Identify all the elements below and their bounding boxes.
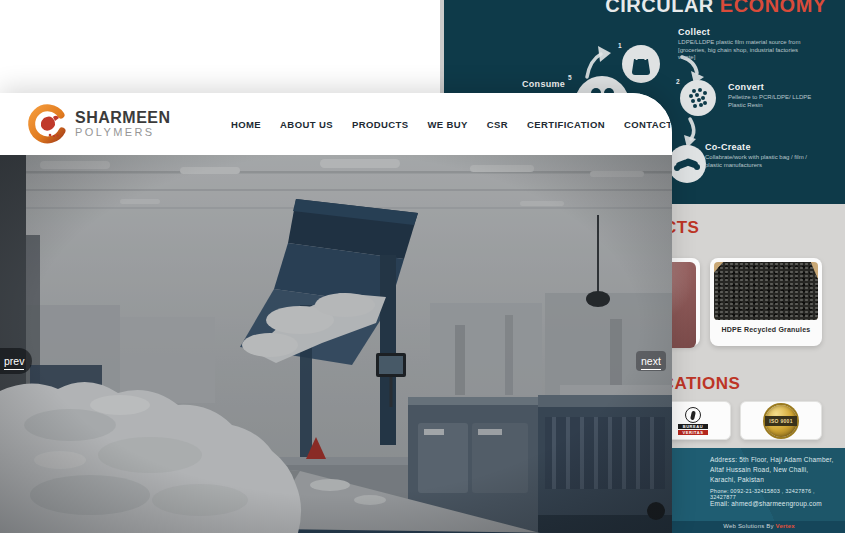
credit-line: Web Solutions By Vertex bbox=[696, 523, 822, 529]
slider-prev-button[interactable]: prev bbox=[0, 348, 32, 374]
step-consume-number: 5 bbox=[568, 74, 572, 81]
step-consume-name: Consume bbox=[522, 79, 565, 89]
nav-csr[interactable]: CSR bbox=[487, 119, 508, 130]
hero-slider: METAL DETECTOR bbox=[0, 155, 672, 533]
recycling-plant-photo: METAL DETECTOR bbox=[0, 155, 672, 533]
bv-line1: BUREAU bbox=[678, 424, 708, 429]
step-convert-name: Convert bbox=[728, 82, 820, 92]
prev-label: prev bbox=[4, 355, 24, 370]
brand-logo[interactable]: SHARMEEN POLYMERS bbox=[26, 103, 171, 145]
footer-address: Address: 5th Floor, Haji Adam Chamber, A… bbox=[710, 455, 836, 485]
nav-home[interactable]: HOME bbox=[231, 119, 261, 130]
footer-address-line2: Altaf Hussain Road, New Challi, bbox=[710, 465, 836, 475]
nav-products[interactable]: PRODUCTS bbox=[352, 119, 409, 130]
main-card: SHARMEEN POLYMERS HOME ABOUT US PRODUCTS… bbox=[0, 93, 672, 533]
step-cocreate-name: Co-Create bbox=[705, 142, 813, 152]
pellets-icon bbox=[680, 80, 716, 116]
product-image-hdpe-granules bbox=[714, 262, 818, 320]
nav-contact-us[interactable]: CONTACT US bbox=[624, 119, 672, 130]
step-cocreate: Co-Create Collabrate/work with plastic b… bbox=[705, 142, 813, 169]
step-collect-desc: LDPE/LLDPE plastic film material source … bbox=[678, 39, 804, 62]
site-header: SHARMEEN POLYMERS HOME ABOUT US PRODUCTS… bbox=[0, 93, 672, 155]
nav-certification[interactable]: CERTIFICATION bbox=[527, 119, 605, 130]
brand-wordmark: SHARMEEN POLYMERS bbox=[75, 110, 171, 138]
slider-next-button[interactable]: next bbox=[636, 351, 666, 371]
credit-brand-link[interactable]: Vertex bbox=[776, 523, 795, 529]
footer-address-line3: Karachi, Pakistan bbox=[710, 475, 836, 485]
product-label: HDPE Recycled Granules bbox=[714, 326, 818, 333]
iso-label: ISO 9001 bbox=[765, 416, 797, 426]
footer-email[interactable]: Email: ahmed@sharmeengroup.com bbox=[710, 499, 838, 509]
iso-9001-badge-icon: ISO 9001 bbox=[765, 405, 797, 437]
product-card-hdpe[interactable]: HDPE Recycled Granules bbox=[710, 258, 822, 346]
handshake-icon bbox=[668, 145, 706, 183]
nav-about-us[interactable]: ABOUT US bbox=[280, 119, 333, 130]
step-collect-name: Collect bbox=[678, 27, 804, 37]
step-cocreate-desc: Collabrate/work with plastic bag / film … bbox=[705, 154, 813, 169]
step-convert: Convert Pelletize to PCR/LDPE/ LLDPE Pla… bbox=[728, 82, 820, 109]
bureau-veritas-badge-icon: BUREAU VERITAS bbox=[678, 407, 708, 435]
bv-line2: VERITAS bbox=[678, 430, 708, 435]
main-nav: HOME ABOUT US PRODUCTS WE BUY CSR CERTIF… bbox=[231, 93, 672, 155]
footer-address-line1: Address: 5th Floor, Haji Adam Chamber, bbox=[710, 455, 836, 465]
brand-name: SHARMEEN bbox=[75, 110, 171, 126]
next-label: next bbox=[641, 355, 661, 370]
step-convert-desc: Pelletize to PCR/LDPE/ LLDPE Plastic Res… bbox=[728, 94, 820, 109]
certification-card-iso-9001[interactable]: ISO 9001 bbox=[740, 401, 822, 440]
step-collect: Collect LDPE/LLDPE plastic film material… bbox=[678, 27, 804, 62]
bag-icon bbox=[622, 45, 660, 83]
nav-we-buy[interactable]: WE BUY bbox=[427, 119, 467, 130]
sharmeen-logo-icon bbox=[26, 103, 68, 145]
page: CIRCULAR ECONOMY Consume 5 bbox=[0, 0, 845, 533]
credit-prefix: Web Solutions By bbox=[723, 523, 775, 529]
brand-subname: POLYMERS bbox=[75, 126, 171, 138]
